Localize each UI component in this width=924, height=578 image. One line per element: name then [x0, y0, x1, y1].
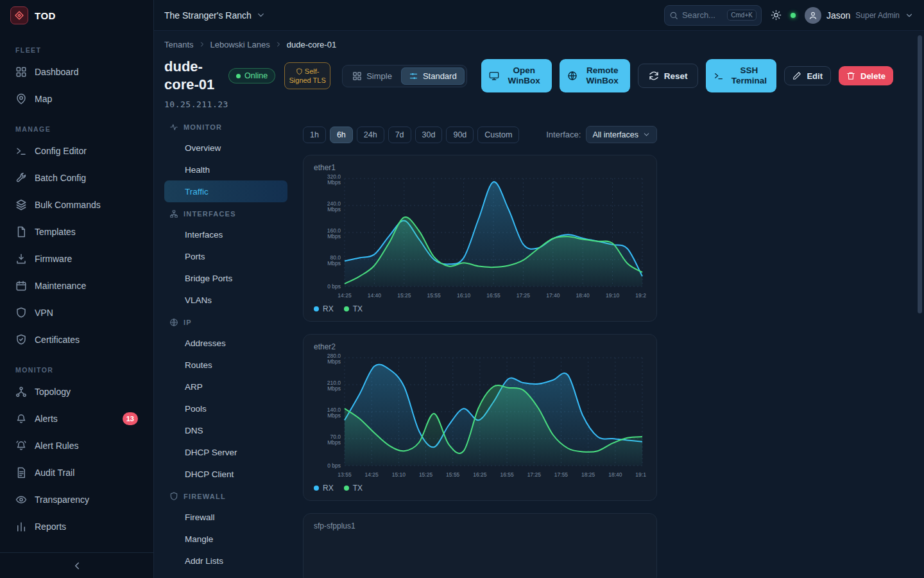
sidebar-item-maintenance[interactable]: Maintenance: [0, 272, 153, 299]
user-menu[interactable]: Jason Super Admin: [805, 7, 914, 24]
subnav-item-bridge-ports[interactable]: Bridge Ports: [164, 267, 287, 289]
open-winbox-button[interactable]: Open WinBox: [481, 59, 552, 92]
theme-toggle-button[interactable]: [771, 10, 782, 21]
online-dot-icon: [236, 74, 241, 78]
sidebar-item-dashboard[interactable]: Dashboard: [0, 58, 153, 85]
sidebar-item-map[interactable]: Map: [0, 85, 153, 112]
time-range-30d[interactable]: 30d: [415, 127, 443, 143]
sidebar-section-monitor: MONITOR Topology Alerts 13 Alert Rules A…: [0, 353, 153, 540]
breadcrumb-item[interactable]: dude-core-01: [287, 40, 336, 49]
reset-button[interactable]: Reset: [638, 64, 699, 88]
time-range-24h[interactable]: 24h: [357, 127, 384, 143]
legend-item-tx: TX: [344, 484, 363, 493]
svg-text:18:40: 18:40: [576, 292, 590, 299]
subnav-item-arp[interactable]: ARP: [164, 376, 287, 398]
subnav-item-addresses[interactable]: Addresses: [164, 332, 287, 354]
svg-text:15:55: 15:55: [427, 292, 441, 299]
sidebar-item-config-editor[interactable]: Config Editor: [0, 137, 153, 164]
sidebar-item-label: VPN: [35, 308, 53, 318]
view-mode-standard[interactable]: Standard: [401, 67, 465, 85]
subnav-item-addr-lists[interactable]: Addr Lists: [164, 550, 287, 572]
user-icon: [809, 11, 817, 20]
subnav-item-dhcp-server[interactable]: DHCP Server: [164, 441, 287, 463]
sidebar-item-transparency[interactable]: Transparency: [0, 486, 153, 513]
sidebar-item-alerts[interactable]: Alerts 13: [0, 405, 153, 432]
page-scrollbar[interactable]: [918, 35, 922, 313]
sidebar-item-reports[interactable]: Reports: [0, 513, 153, 540]
svg-text:17:40: 17:40: [546, 292, 560, 299]
subnav-item-interfaces[interactable]: Interfaces: [164, 223, 287, 245]
view-mode-simple[interactable]: Simple: [345, 67, 400, 85]
svg-text:0 bps: 0 bps: [327, 462, 341, 469]
svg-text:Mbps: Mbps: [327, 358, 341, 365]
bar-chart-icon: [15, 521, 27, 532]
subnav-group-ip: IP AddressesRoutesARPPoolsDNSDHCP Server…: [164, 311, 287, 485]
file-text-icon: [15, 467, 27, 478]
view-mode-label: Simple: [366, 71, 392, 81]
tenant-selector[interactable]: The Stranger's Ranch: [164, 10, 266, 21]
time-range-7d[interactable]: 7d: [388, 127, 411, 143]
subnav-item-dns[interactable]: DNS: [164, 419, 287, 441]
subnav-item-pools[interactable]: Pools: [164, 398, 287, 419]
svg-text:18:40: 18:40: [608, 471, 622, 478]
download-icon: [15, 253, 27, 265]
terminal-icon: [714, 71, 724, 81]
breadcrumb-item[interactable]: Lebowski Lanes: [210, 40, 270, 49]
sidebar-section-label: FLEET: [0, 33, 153, 58]
subnav-item-overview[interactable]: Overview: [164, 137, 287, 159]
subnav-item-routes[interactable]: Routes: [164, 354, 287, 376]
breadcrumb-item[interactable]: Tenants: [164, 40, 194, 49]
sidebar-item-alert-rules[interactable]: Alert Rules: [0, 432, 153, 459]
subnav-item-vlans[interactable]: VLANs: [164, 289, 287, 311]
time-range-90d[interactable]: 90d: [446, 127, 474, 143]
time-range-custom[interactable]: Custom: [477, 127, 519, 143]
sidebar-item-batch-config[interactable]: Batch Config: [0, 164, 153, 191]
edit-button[interactable]: Edit: [784, 66, 831, 85]
sidebar-item-templates[interactable]: Templates: [0, 218, 153, 245]
time-range-6h[interactable]: 6h: [330, 127, 353, 143]
svg-text:Mbps: Mbps: [327, 412, 341, 419]
bell-ring-icon: [15, 440, 27, 451]
interface-select[interactable]: All interfaces: [586, 126, 657, 143]
traffic-chart-ether2: 0 bps70.0Mbps140.0Mbps210.0Mbps280.0Mbps…: [314, 353, 646, 481]
subnav-item-mangle[interactable]: Mangle: [164, 528, 287, 550]
subnav-item-ports[interactable]: Ports: [164, 245, 287, 267]
globe-icon: [567, 71, 578, 81]
sidebar-item-certificates[interactable]: Certificates: [0, 326, 153, 353]
sidebar-item-topology[interactable]: Topology: [0, 378, 153, 405]
shield-check-icon: [15, 334, 27, 346]
brand[interactable]: TOD: [0, 0, 153, 31]
subnav-item-traffic[interactable]: Traffic: [164, 180, 287, 202]
subnav-item-firewall[interactable]: Firewall: [164, 506, 287, 528]
chevron-right-icon: [198, 40, 206, 48]
dashboard-icon: [15, 66, 27, 78]
sun-icon: [771, 10, 782, 21]
delete-button[interactable]: Delete: [839, 66, 893, 85]
terminal-icon: [15, 145, 27, 157]
charts-list: ether10 bps80.0Mbps160.0Mbps240.0Mbps320…: [303, 155, 657, 578]
user-role: Super Admin: [855, 11, 900, 20]
sidebar-item-vpn[interactable]: VPN: [0, 299, 153, 326]
search-input[interactable]: [682, 10, 723, 20]
remote-winbox-button[interactable]: Remote WinBox: [560, 59, 630, 92]
subnav-item-dhcp-client[interactable]: DHCP Client: [164, 463, 287, 485]
sidebar-item-audit-trail[interactable]: Audit Trail: [0, 459, 153, 486]
sidebar-section-label: MONITOR: [0, 353, 153, 378]
sidebar-collapse-button[interactable]: [0, 552, 153, 578]
ssh-terminal-button[interactable]: SSH Terminal: [706, 59, 776, 92]
sidebar-item-label: Alerts: [35, 414, 58, 424]
eye-icon: [15, 494, 27, 505]
subnav-item-health[interactable]: Health: [164, 159, 287, 180]
activity-icon: [169, 123, 178, 132]
time-range-1h[interactable]: 1h: [303, 127, 326, 143]
svg-text:15:25: 15:25: [397, 292, 411, 299]
global-search[interactable]: Cmd+K: [664, 5, 762, 26]
chart-controls: 1h6h24h7d30d90dCustom Interface: All int…: [303, 126, 657, 143]
sidebar-section-fleet: FLEET Dashboard Map: [0, 33, 153, 112]
topbar: The Stranger's Ranch Cmd+K Jason Super A…: [154, 0, 924, 31]
trash-icon: [846, 71, 855, 80]
sidebar-item-firmware[interactable]: Firmware: [0, 245, 153, 272]
globe-icon: [169, 318, 178, 327]
sidebar-item-bulk-commands[interactable]: Bulk Commands: [0, 191, 153, 218]
legend-dot-icon: [314, 306, 319, 311]
